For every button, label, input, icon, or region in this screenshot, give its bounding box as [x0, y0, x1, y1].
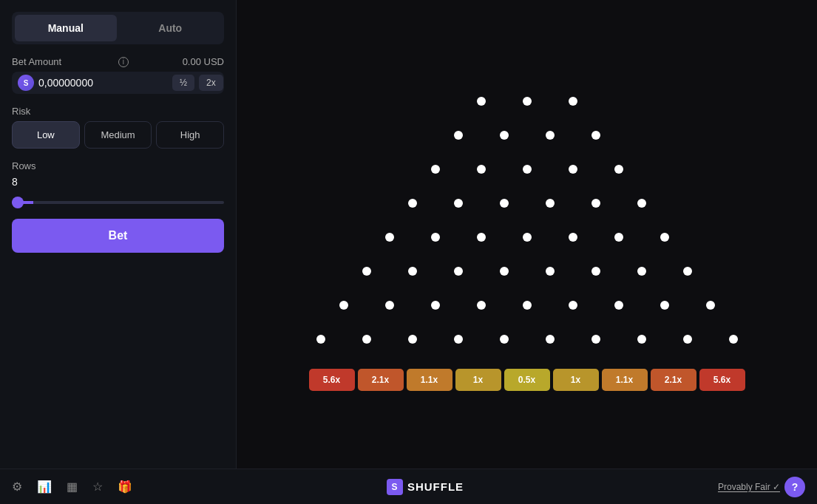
peg — [729, 335, 738, 344]
multiplier-cell: 1x — [553, 369, 599, 391]
peg — [408, 267, 417, 276]
peg — [546, 131, 555, 140]
risk-medium-button[interactable]: Medium — [84, 121, 152, 149]
peg — [523, 233, 532, 242]
slider-container — [12, 194, 224, 207]
peg — [523, 165, 532, 174]
peg — [637, 335, 646, 344]
bottom-right: Provably Fair ✓ ? — [718, 477, 805, 497]
peg — [660, 233, 669, 242]
peg — [362, 267, 371, 276]
peg — [569, 97, 577, 106]
peg-row — [276, 255, 779, 287]
gift-icon[interactable]: 🎁 — [118, 480, 132, 494]
star-icon[interactable]: ☆ — [92, 480, 103, 494]
settings-icon[interactable]: ⚙ — [12, 480, 22, 494]
peg — [591, 335, 600, 344]
plinko-board-panel: 5.6x2.1x1.1x1x0.5x1x1.1x2.1x5.6x — [237, 0, 817, 469]
multiplier-cell: 5.6x — [309, 369, 355, 391]
plinko-board — [276, 78, 779, 357]
brand-name: SHUFFLE — [407, 480, 464, 493]
peg — [569, 301, 577, 310]
bet-amount-input[interactable] — [38, 77, 168, 89]
provably-fair-link[interactable]: Provably Fair ✓ — [718, 482, 780, 492]
bar-icon[interactable]: ▦ — [67, 480, 78, 494]
risk-label-row: Risk — [12, 106, 224, 117]
bet-amount-label: Bet Amount — [12, 56, 61, 67]
manual-mode-button[interactable]: Manual — [15, 15, 117, 41]
peg — [683, 267, 692, 276]
double-button[interactable]: 2x — [199, 75, 223, 91]
peg — [385, 233, 394, 242]
peg — [477, 97, 486, 106]
risk-low-button[interactable]: Low — [12, 121, 80, 149]
rows-section: Rows 8 — [12, 160, 224, 207]
peg — [546, 199, 555, 208]
peg — [454, 131, 463, 140]
peg-row — [276, 323, 779, 355]
multiplier-cell: 0.5x — [504, 369, 550, 391]
bottom-bar: ⚙ 📊 ▦ ☆ 🎁 S SHUFFLE Provably Fair ✓ ? — [0, 469, 817, 504]
info-icon[interactable]: i — [118, 57, 129, 67]
risk-high-button[interactable]: High — [156, 121, 224, 149]
peg — [408, 199, 417, 208]
peg — [454, 335, 463, 344]
peg — [569, 165, 577, 174]
chart-icon[interactable]: 📊 — [37, 480, 52, 494]
peg — [614, 233, 623, 242]
peg-row — [276, 221, 779, 253]
rows-value: 8 — [12, 176, 224, 188]
peg-row — [276, 153, 779, 185]
peg — [591, 199, 600, 208]
shuffle-logo-icon: S — [387, 479, 403, 495]
peg — [546, 267, 555, 276]
rows-label: Rows — [12, 160, 36, 171]
peg — [706, 301, 715, 310]
multiplier-cell: 2.1x — [358, 369, 404, 391]
help-button[interactable]: ? — [784, 477, 805, 497]
peg — [637, 267, 646, 276]
left-panel: Manual Auto Bet Amount i 0.00 USD S ½ 2x… — [0, 0, 237, 469]
auto-mode-button[interactable]: Auto — [120, 15, 222, 41]
peg — [500, 199, 509, 208]
peg — [339, 301, 348, 310]
multiplier-cell: 2.1x — [651, 369, 696, 391]
peg — [523, 301, 532, 310]
peg — [614, 301, 623, 310]
peg — [500, 335, 509, 344]
bet-amount-usd: 0.00 USD — [183, 56, 224, 67]
peg — [477, 301, 486, 310]
peg — [408, 335, 417, 344]
peg — [431, 233, 440, 242]
peg — [454, 199, 463, 208]
risk-buttons: Low Medium High — [12, 121, 224, 149]
peg — [316, 335, 325, 344]
peg — [591, 131, 600, 140]
peg — [569, 233, 577, 242]
peg-row — [276, 119, 779, 151]
peg — [500, 267, 509, 276]
half-button[interactable]: ½ — [172, 75, 194, 91]
multiplier-cell: 1.1x — [407, 369, 452, 391]
peg — [591, 267, 600, 276]
peg — [546, 335, 555, 344]
peg — [683, 335, 692, 344]
mode-toggle: Manual Auto — [12, 12, 224, 44]
peg — [362, 335, 371, 344]
peg — [477, 233, 486, 242]
multiplier-cell: 1.1x — [602, 369, 648, 391]
peg — [614, 165, 623, 174]
rows-label-row: Rows — [12, 160, 224, 171]
bet-amount-section: Bet Amount i 0.00 USD S ½ 2x — [12, 56, 224, 94]
bottom-center: S SHUFFLE — [387, 479, 464, 495]
bet-button[interactable]: Bet — [12, 219, 224, 253]
peg — [523, 97, 532, 106]
peg — [454, 267, 463, 276]
peg-row — [276, 187, 779, 219]
risk-section: Risk Low Medium High — [12, 106, 224, 149]
multiplier-cell: 5.6x — [699, 369, 745, 391]
rows-slider[interactable] — [12, 201, 224, 204]
peg — [637, 199, 646, 208]
peg — [660, 301, 669, 310]
bottom-left: ⚙ 📊 ▦ ☆ 🎁 — [12, 480, 132, 494]
